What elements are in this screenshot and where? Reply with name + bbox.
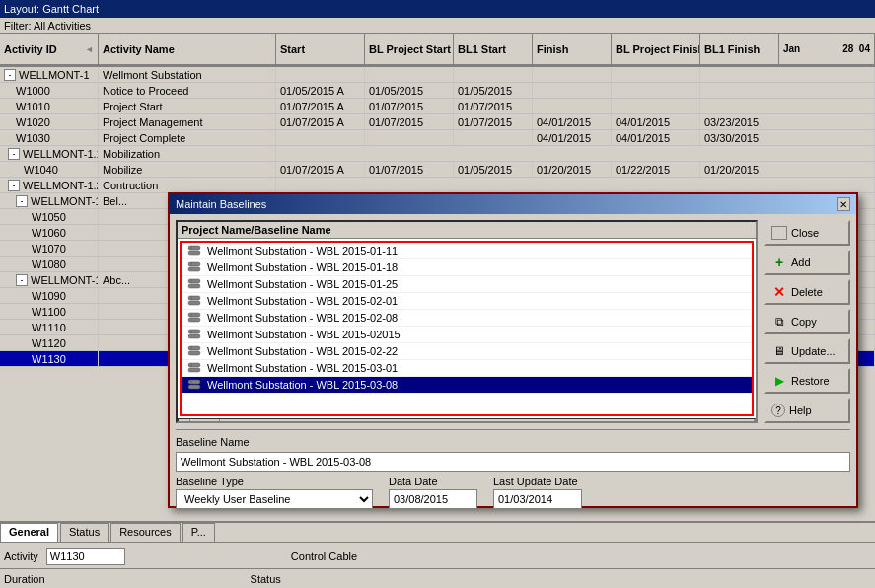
svg-rect-16 — [188, 334, 200, 338]
delete-icon: ✕ — [771, 284, 787, 300]
activity-field-label: Activity — [4, 551, 38, 562]
update-icon: 🖥 — [771, 343, 787, 359]
modal-close-x-button[interactable]: ✕ — [837, 197, 850, 211]
svg-rect-24 — [188, 380, 200, 384]
data-date-input[interactable] — [389, 489, 477, 509]
bottom-panel: General Status Resources P... Activity C… — [0, 521, 875, 568]
close-icon — [771, 226, 787, 240]
svg-rect-6 — [188, 279, 200, 283]
modal-list-item[interactable]: Wellmont Substation - WBL 2015-01-18 — [182, 259, 752, 276]
scrollbar-thumb[interactable] — [190, 419, 220, 423]
modal-fields: Baseline Name Baseline Type Weekly User … — [176, 436, 850, 509]
delete-button[interactable]: ✕ Delete — [764, 279, 850, 305]
modal-maintain-baselines: Maintain Baselines ✕ Project Name/Baseli… — [168, 192, 858, 508]
scroll-left-btn[interactable]: ◄ — [179, 419, 190, 423]
scroll-right-btn[interactable]: ► — [743, 419, 755, 423]
title-bar: Layout: Gantt Chart — [0, 0, 875, 18]
help-button[interactable]: ? Help — [764, 398, 850, 423]
svg-rect-10 — [188, 301, 200, 305]
svg-rect-4 — [188, 267, 200, 271]
table-row[interactable]: W1010 Project Start 01/07/2015 A 01/07/2… — [0, 99, 875, 114]
modal-list-item[interactable]: Wellmont Substation - WBL 2015-03-01 — [182, 360, 752, 377]
modal-list-item[interactable]: Wellmont Substation - WBL 2015-02-08 — [182, 310, 752, 327]
expand-btn[interactable]: - — [8, 180, 20, 191]
modal-title: Maintain Baselines — [176, 198, 266, 210]
modal-list-item[interactable]: Wellmont Substation - WBL 2015-03-08 — [182, 377, 752, 394]
expand-btn[interactable]: - — [4, 69, 16, 81]
duration-label: Duration — [4, 573, 45, 585]
db-icon — [185, 312, 203, 324]
modal-list-area: Project Name/Baseline Name Wellmont Subs… — [176, 220, 758, 423]
modal-content-area: Project Name/Baseline Name Wellmont Subs… — [176, 220, 850, 423]
baseline-name-row: Baseline Name — [176, 436, 850, 448]
svg-rect-18 — [188, 346, 200, 350]
table-row[interactable]: W1030 Project Complete 04/01/2015 04/01/… — [0, 130, 875, 146]
table-row[interactable]: W1000 Notice to Proceed 01/05/2015 A 01/… — [0, 83, 875, 99]
modal-list-item[interactable]: Wellmont Substation - WBL 2015-01-11 — [182, 243, 752, 259]
col-header-activity-name: Activity Name — [99, 34, 276, 65]
modal-buttons: Close + Add ✕ Delete ⧉ Copy — [764, 220, 850, 423]
modal-list-item[interactable]: Wellmont Substation - WBL 2015-02-01 — [182, 293, 752, 310]
table-row[interactable]: - WELLMONT-1.2 Contruction — [0, 178, 875, 193]
tab-resources[interactable]: Resources — [110, 523, 181, 542]
baseline-name-input[interactable] — [176, 452, 850, 472]
bottom-tabs: General Status Resources P... — [0, 523, 875, 543]
main-window: Layout: Gantt Chart Filter: All Activiti… — [0, 0, 875, 588]
table-row[interactable]: - WELLMONT-1.1 Mobilization — [0, 146, 875, 162]
col-header-finish: Finish — [533, 34, 612, 65]
col-header-bl-project-finish: BL Project Finish — [612, 34, 700, 65]
col-header-bl1-finish: BL1 Finish — [700, 34, 779, 65]
expand-btn[interactable]: - — [16, 274, 28, 286]
tab-status[interactable]: Status — [60, 523, 109, 542]
filter-bar: Filter: All Activities — [0, 18, 875, 34]
close-button[interactable]: Close — [764, 220, 850, 246]
modal-list-header: Project Name/Baseline Name — [178, 222, 756, 239]
col-header-bl1-start: BL1 Start — [454, 34, 533, 65]
svg-rect-22 — [188, 368, 200, 372]
modal-list-item[interactable]: Wellmont Substation - WBL 2015-02015 — [182, 327, 752, 343]
status-bar: Duration Status — [0, 568, 875, 588]
table-row[interactable]: W1040 Mobilize 01/07/2015 A 01/07/2015 0… — [0, 162, 875, 178]
baseline-type-select[interactable]: Weekly User Baseline — [176, 489, 373, 509]
tab-general[interactable]: General — [0, 523, 58, 542]
activity-label: Activity Name — [103, 43, 175, 55]
last-update-label: Last Update Date — [493, 476, 582, 487]
restore-icon: ▶ — [771, 373, 787, 389]
expand-btn[interactable]: - — [8, 148, 20, 160]
expand-btn[interactable]: - — [16, 195, 28, 207]
filter-text: Filter: All Activities — [4, 20, 91, 32]
svg-rect-15 — [188, 330, 200, 333]
svg-rect-25 — [188, 385, 200, 389]
modal-title-bar: Maintain Baselines ✕ — [170, 194, 856, 214]
restore-button[interactable]: ▶ Restore — [764, 368, 850, 394]
copy-button[interactable]: ⧉ Copy — [764, 309, 850, 334]
svg-rect-9 — [188, 296, 200, 300]
control-cable-label: Control Cable — [291, 551, 357, 562]
tab-p[interactable]: P... — [182, 523, 215, 542]
db-icon — [185, 329, 203, 340]
modal-list-item[interactable]: Wellmont Substation - WBL 2015-01-25 — [182, 276, 752, 293]
add-button[interactable]: + Add — [764, 250, 850, 275]
baseline-type-group: Baseline Type Weekly User Baseline — [176, 476, 373, 509]
table-row[interactable]: - WELLMONT-1 Wellmont Substation — [0, 67, 875, 83]
table-row[interactable]: W1020 Project Management 01/07/2015 A 01… — [0, 114, 875, 130]
modal-scrollbar-h[interactable]: ◄ ► — [178, 418, 756, 423]
status-label: Status — [251, 573, 281, 585]
col-header-gantt: Jan 28 04 — [779, 34, 875, 65]
modal-list-content[interactable]: Wellmont Substation - WBL 2015-01-11 Wel… — [180, 241, 754, 416]
svg-rect-3 — [188, 262, 200, 266]
col-header-bl-project-start: BL Project Start — [365, 34, 454, 65]
svg-rect-0 — [188, 246, 200, 250]
last-update-input[interactable] — [493, 489, 582, 509]
db-icon — [185, 362, 203, 374]
activity-field-input[interactable] — [46, 548, 125, 565]
baseline-type-label: Baseline Type — [176, 476, 373, 487]
data-date-group: Data Date — [389, 476, 477, 509]
data-date-label: Data Date — [389, 476, 477, 487]
db-icon — [185, 261, 203, 273]
modal-list-item[interactable]: Wellmont Substation - WBL 2015-02-22 — [182, 343, 752, 360]
help-icon: ? — [771, 404, 785, 417]
modal-bottom-section: Baseline Name Baseline Type Weekly User … — [176, 429, 850, 509]
db-icon — [185, 278, 203, 290]
update-button[interactable]: 🖥 Update... — [764, 338, 850, 364]
